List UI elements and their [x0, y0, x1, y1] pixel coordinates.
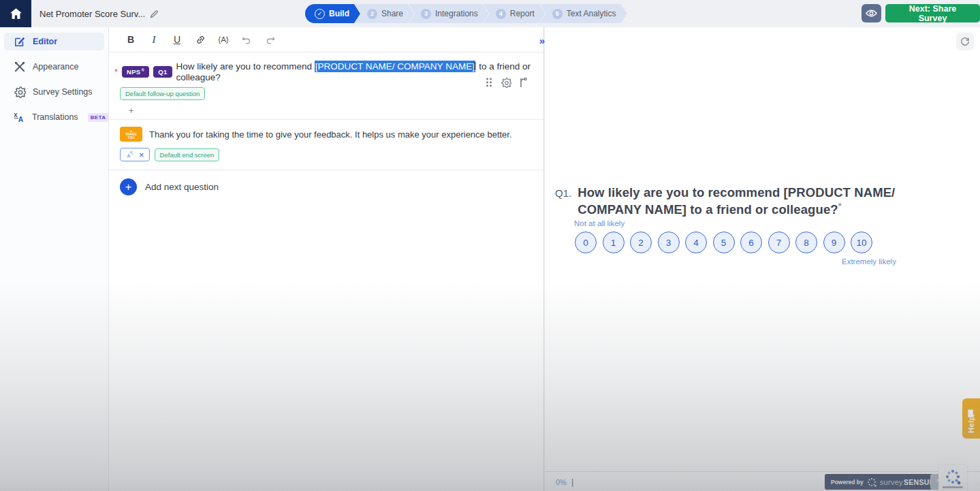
undo-button[interactable]: [238, 31, 255, 48]
editor-icon: [14, 36, 26, 47]
step-label: Integrations: [435, 9, 478, 18]
default-end-screen-tag: Default end screen: [155, 148, 220, 161]
branch-logic-icon[interactable]: [518, 77, 528, 88]
corner-logo-caption: [943, 486, 963, 488]
tab-build[interactable]: ✓ Build: [305, 4, 360, 23]
remove-icon[interactable]: ×: [139, 151, 144, 159]
preview-question-text: How likely are you to recommend [PRODUCT…: [578, 185, 936, 217]
scale-right-label: Extremely likely: [842, 257, 896, 266]
powered-by-badge[interactable]: Powered by survey SENSUM: [825, 474, 942, 490]
nps-option-5[interactable]: 5: [713, 232, 735, 253]
step-number: 2: [367, 9, 377, 19]
help-label: Help: [967, 415, 975, 432]
default-followup-tag: Default follow-up question: [120, 87, 205, 100]
link-icon: [195, 35, 206, 45]
question-settings-gear-icon[interactable]: [501, 77, 511, 88]
nps-option-4[interactable]: 4: [685, 232, 707, 253]
surveysensum-logo-icon: [867, 477, 876, 487]
question-card[interactable]: * NPS® Q1 How likely are you to recommen…: [109, 52, 543, 116]
sidebar: Editor Appearance Survey Settings XA Tra…: [0, 27, 109, 491]
required-asterisk: *: [114, 67, 118, 77]
add-next-question-label: Add next question: [145, 182, 219, 192]
powered-by-label: Powered by: [831, 479, 864, 486]
nps-option-0[interactable]: 0: [575, 232, 597, 253]
tab-integrations[interactable]: 3 Integrations: [409, 4, 489, 23]
italic-button[interactable]: I: [146, 31, 162, 48]
nps-option-9[interactable]: 9: [823, 232, 845, 253]
variable-button[interactable]: {A}: [215, 31, 232, 48]
refresh-preview-button[interactable]: [956, 33, 974, 50]
sidebar-item-label: Editor: [33, 37, 57, 46]
settings-gear-icon: [14, 86, 26, 98]
nps-scale: 0 1 2 3 4 5 6 7 8 9 10: [575, 232, 872, 253]
progress-percent: 0%: [556, 478, 567, 486]
bold-button[interactable]: B: [123, 31, 139, 48]
home-button[interactable]: [0, 0, 31, 27]
tab-report[interactable]: 4 Report: [484, 4, 546, 23]
appearance-icon: [14, 61, 26, 72]
question-actions: [484, 77, 528, 88]
add-next-question-button[interactable]: + Add next question: [109, 170, 543, 205]
link-button[interactable]: [192, 31, 208, 48]
edit-title-icon[interactable]: [150, 10, 159, 18]
thank-you-card[interactable]: ❧ THANK YOU Thank you for taking the tim…: [109, 120, 543, 161]
nps-option-8[interactable]: 8: [795, 232, 817, 253]
sidebar-item-survey-settings[interactable]: Survey Settings: [4, 83, 104, 101]
wizard-steps: ✓ Build 2 Share 3 Integrations 4 Report …: [305, 4, 627, 23]
preview-required-mark: *: [838, 201, 842, 211]
thank-you-row: ❧ THANK YOU Thank you for taking the tim…: [120, 127, 543, 142]
thank-you-tags: × Default end screen: [120, 148, 543, 161]
help-tab[interactable]: Help: [962, 398, 980, 439]
surveysensum-corner-logo: [938, 465, 967, 491]
preview-button[interactable]: [862, 4, 881, 22]
thank-you-text[interactable]: Thank you for taking the time to give yo…: [149, 127, 512, 140]
nps-option-7[interactable]: 7: [768, 232, 790, 253]
plus-icon: +: [120, 178, 137, 195]
sidebar-item-label: Appearance: [33, 62, 78, 72]
sidebar-item-appearance[interactable]: Appearance: [4, 58, 104, 76]
translate-icon: XA: [14, 112, 25, 123]
tab-text-analytics[interactable]: 5 Text Analytics: [540, 4, 627, 23]
insert-question-plus-button[interactable]: +: [125, 105, 137, 116]
question-tag-row: Default follow-up question: [120, 87, 543, 100]
eye-icon: [866, 9, 877, 18]
underline-button[interactable]: U: [169, 31, 185, 48]
nps-option-1[interactable]: 1: [603, 232, 625, 253]
nps-option-6[interactable]: 6: [740, 232, 762, 253]
svg-text:A: A: [18, 116, 24, 123]
undo-icon: [242, 35, 252, 44]
progress-indicator: 0% |: [556, 477, 573, 487]
check-icon: ✓: [315, 9, 325, 19]
step-label: Text Analytics: [567, 9, 616, 18]
next-share-survey-button[interactable]: Next: Share Survey: [885, 4, 980, 22]
preview-question-number: Q1.: [555, 185, 571, 217]
survey-title: Net Promoter Score Surv...: [39, 0, 159, 27]
sidebar-item-label: Translations: [32, 112, 78, 122]
nps-option-2[interactable]: 2: [630, 232, 652, 253]
sidebar-item-editor[interactable]: Editor: [4, 33, 104, 50]
redo-button[interactable]: [262, 31, 278, 48]
nps-option-3[interactable]: 3: [658, 232, 680, 253]
svg-text:X: X: [14, 112, 18, 118]
sidebar-item-translations[interactable]: XA Translations BETA: [4, 108, 104, 126]
question-row: * NPS® Q1 How likely are you to recommen…: [109, 52, 543, 82]
tab-share[interactable]: 2 Share: [355, 4, 414, 23]
nps-option-10[interactable]: 10: [851, 232, 872, 253]
scale-left-label: Not at all likely: [574, 219, 625, 227]
top-bar: Net Promoter Score Surv... ✓ Build 2 Sha…: [0, 0, 980, 27]
step-number: 5: [552, 9, 563, 19]
end-screen-media-button[interactable]: ×: [120, 148, 150, 161]
redo-icon: [265, 35, 275, 44]
drag-handle-icon[interactable]: [484, 77, 494, 88]
beta-badge: BETA: [88, 113, 109, 122]
thank-you-badge: ❧ THANK YOU: [120, 127, 142, 142]
step-label: Share: [381, 9, 403, 18]
registered-mark: ®: [142, 68, 145, 72]
confetti-icon: [125, 151, 133, 159]
question-type-badge: NPS®: [122, 66, 149, 78]
sidebar-item-label: Survey Settings: [33, 87, 93, 97]
formatting-toolbar: B I U {A} »: [109, 27, 543, 52]
survey-title-text: Net Promoter Score Surv...: [39, 9, 145, 19]
question-number-badge: Q1: [153, 66, 172, 78]
brand-survey: survey: [880, 478, 903, 486]
